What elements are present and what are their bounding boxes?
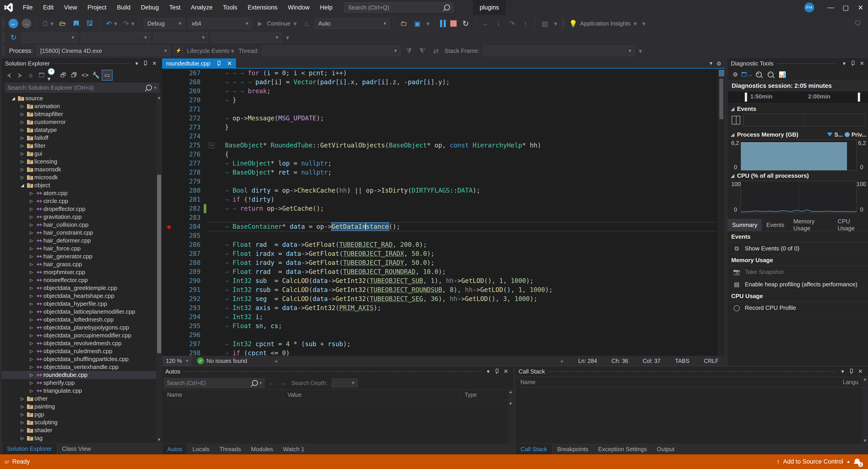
collapsed-arrow-icon[interactable]: ▷ <box>28 286 35 291</box>
collapsed-arrow-icon[interactable]: ▷ <box>28 357 35 362</box>
tree-item-objectdata_hyperfile-cpp[interactable]: ▷++objectdata_hyperfile.cpp <box>2 300 162 308</box>
fold-margin[interactable]: − <box>206 141 217 150</box>
save-button[interactable]: 🖪 <box>72 20 81 27</box>
menu-build[interactable]: Build <box>112 0 135 15</box>
autos-title-bar[interactable]: Autos ▾ ✕ <box>162 366 514 377</box>
tree-item-falloff[interactable]: ▷falloff <box>2 134 162 142</box>
breakpoint-margin[interactable] <box>162 132 176 141</box>
eol-indicator[interactable]: CRLF <box>704 358 719 364</box>
menu-view[interactable]: View <box>59 0 82 15</box>
code-line-272[interactable]: 272→ op->Message(MSG_UPDATE); <box>162 114 718 123</box>
collapsed-arrow-icon[interactable]: ▷ <box>19 151 26 156</box>
collapsed-arrow-icon[interactable]: ▷ <box>28 254 35 259</box>
empty-dropdown-4[interactable]: ▾ <box>212 32 282 43</box>
diagnostic-tools-title-bar[interactable]: Diagnostic Tools ▾ ✕ <box>727 58 868 69</box>
application-insights-button[interactable]: Application Insights <box>580 20 631 27</box>
scrollbar-map-button[interactable] <box>719 70 724 76</box>
breakpoint-margin[interactable] <box>162 204 176 213</box>
tree-item-objectdata_greektemple-cpp[interactable]: ▷++objectdata_greektemple.cpp <box>2 284 162 292</box>
tree-item-licensing[interactable]: ▷licensing <box>2 158 162 166</box>
empty-dropdown-1[interactable]: ▾ <box>22 32 78 43</box>
collapsed-arrow-icon[interactable]: ▷ <box>28 317 35 322</box>
tree-item-circle-cpp[interactable]: ▷++circle.cpp <box>2 197 162 205</box>
code-line-279[interactable]: 279 <box>162 177 718 186</box>
tree-item-other[interactable]: ▷other <box>2 395 162 403</box>
add-to-source-control-button[interactable]: Add to Source Control <box>783 458 843 465</box>
tree-item-objectdata_ruledmesh-cpp[interactable]: ▷++objectdata_ruledmesh.cpp <box>2 347 162 355</box>
collapsed-arrow-icon[interactable]: ▷ <box>28 214 35 220</box>
window-position-dropdown-icon[interactable]: ▾ <box>485 368 492 375</box>
menu-help[interactable]: Help <box>315 0 338 15</box>
scrollbar-thumb[interactable] <box>157 175 161 353</box>
timeline-left-handle[interactable] <box>745 93 747 102</box>
code-line-290[interactable]: 290→ Int32 sub = CalcLOD(data->GetInt32(… <box>162 276 718 286</box>
breakpoint-margin[interactable] <box>162 123 176 132</box>
continue-icon[interactable]: ▶ <box>256 20 265 27</box>
tree-item-sculpting[interactable]: ▷sculpting <box>2 418 162 426</box>
collapsed-arrow-icon[interactable]: ▷ <box>28 191 35 196</box>
collapsed-arrow-icon[interactable]: ▷ <box>28 246 35 251</box>
breakpoint-margin[interactable] <box>162 186 176 195</box>
code-line-283[interactable]: 283 <box>162 213 718 222</box>
tab-autos[interactable]: Autos <box>162 443 188 455</box>
toolbar-grip[interactable] <box>2 45 5 56</box>
breakpoint-margin[interactable] <box>162 295 176 303</box>
code-line-267[interactable]: 267→ → → for (i = 0; i < pcnt; i++) <box>162 69 718 78</box>
collapsed-arrow-icon[interactable]: ▷ <box>28 270 35 275</box>
column-header-name[interactable]: Name <box>162 390 283 400</box>
collapsed-arrow-icon[interactable]: ▷ <box>19 167 26 172</box>
code-line-296[interactable]: 296 <box>162 331 718 340</box>
close-icon[interactable]: ✕ <box>150 60 159 67</box>
collapsed-arrow-icon[interactable]: ▷ <box>19 436 26 441</box>
new-file-dropdown[interactable]: ▾ <box>51 20 54 28</box>
collapsed-arrow-icon[interactable]: ▷ <box>28 277 35 283</box>
search-depth-dropdown[interactable]: ▾ <box>332 378 358 388</box>
window-position-dropdown-icon[interactable]: ▾ <box>841 60 848 67</box>
refresh-icon[interactable]: ↻ <box>9 33 18 42</box>
solution-configuration-dropdown[interactable]: Debug▾ <box>144 18 185 29</box>
menu-project[interactable]: Project <box>82 0 112 15</box>
code-line-281[interactable]: 281→ if (!dirty) <box>162 195 718 204</box>
preview-selected-items-icon[interactable]: ▭ <box>102 70 113 80</box>
code-line-295[interactable]: 295→ Float sn, cs; <box>162 322 718 331</box>
events-section-header[interactable]: ◢ Events <box>727 104 868 114</box>
code-line-292[interactable]: 292→ Int32 seg = CalcLOD(data->GetInt32(… <box>162 295 718 303</box>
breakpoint-margin[interactable] <box>162 349 176 356</box>
properties-wrench-icon[interactable]: 🔧 <box>91 70 101 80</box>
collapsed-arrow-icon[interactable]: ▷ <box>19 412 26 417</box>
application-insights-dropdown[interactable]: ▾ <box>633 20 638 28</box>
menu-edit[interactable]: Edit <box>38 0 59 15</box>
undo-dropdown[interactable]: ▾ <box>114 20 117 28</box>
chart-options-icon[interactable]: 📊 <box>777 70 787 79</box>
call-stack-body[interactable]: ▼ <box>515 388 868 443</box>
breakpoint-margin[interactable] <box>162 258 176 267</box>
tree-item-dropeffector-cpp[interactable]: ▷++dropeffector.cpp <box>2 205 162 213</box>
tree-item-objectdata_shufflingparticles-cpp[interactable]: ▷++objectdata_shufflingparticles.cpp <box>2 355 162 363</box>
chevron-up-icon[interactable]: ▲ <box>846 459 850 464</box>
collapsed-arrow-icon[interactable]: ▷ <box>28 333 35 338</box>
code-line-297[interactable]: 297→ Int32 cpcnt = 4 * (sub + rsub); <box>162 340 718 349</box>
expanded-arrow-icon[interactable]: ◢ <box>19 183 26 188</box>
column-header-language[interactable]: Langu <box>838 377 862 387</box>
tree-item-atom-cpp[interactable]: ▷++atom.cpp <box>2 189 162 197</box>
tree-item-tag[interactable]: ▷tag <box>2 434 162 442</box>
code-line-285[interactable]: 285 <box>162 231 718 240</box>
intellitrace-flame-icon[interactable]: ♨ <box>302 20 311 28</box>
process-dropdown[interactable]: [15800] Cinema 4D.exe▾ <box>37 45 170 56</box>
tree-item-shader[interactable]: ▷shader <box>2 426 162 434</box>
tree-item-source[interactable]: ◢source <box>2 94 162 102</box>
collapsed-arrow-icon[interactable]: ▷ <box>19 420 26 425</box>
breakpoint-margin[interactable] <box>162 114 176 123</box>
collapsed-arrow-icon[interactable]: ▷ <box>19 120 26 125</box>
tree-item-objectdata_porcupinemodifier-cpp[interactable]: ▷++objectdata_porcupinemodifier.cpp <box>2 332 162 339</box>
collapsed-arrow-icon[interactable]: ▷ <box>28 364 35 370</box>
collapsed-arrow-icon[interactable]: ▷ <box>28 341 35 346</box>
pin-icon[interactable] <box>143 61 148 66</box>
tree-item-roundedtube-cpp[interactable]: ▷++roundedtube.cpp <box>2 371 162 379</box>
take-snapshot-link[interactable]: 📷Take Snapshot <box>727 266 868 278</box>
stop-debugging-button[interactable] <box>450 20 457 27</box>
editor-scrollbar[interactable] <box>718 69 724 356</box>
tab-watch-1[interactable]: Watch 1 <box>278 443 309 455</box>
tree-item-objectdata_loftedmesh-cpp[interactable]: ▷++objectdata_loftedmesh.cpp <box>2 316 162 324</box>
breakpoint-margin[interactable] <box>162 286 176 295</box>
